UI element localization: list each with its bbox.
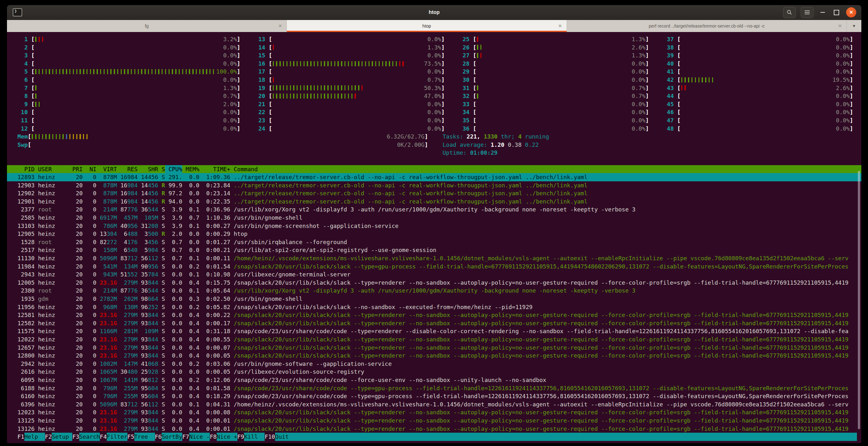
column-header-s[interactable]: S	[162, 165, 165, 173]
tab-close-icon[interactable]: ✕	[838, 23, 842, 29]
column-header-res[interactable]: RES	[120, 165, 137, 173]
cpu-meter-12: 12 [0.0%]	[18, 125, 240, 133]
process-row-1935[interactable]: 1935gdm2002782M202M98664S0.00.30:02.50/u…	[7, 295, 861, 303]
process-row-2943[interactable]: 2943heinz200943M5155235784S0.00.10:10.98…	[7, 270, 861, 279]
column-header-user[interactable]: USER	[38, 165, 69, 173]
cpu-meter-4: 4 [0.0%]	[18, 60, 240, 68]
process-row-12903[interactable]: 12903heinz200878M1698414456R99.90.00:23.…	[7, 181, 861, 189]
column-header-cpu[interactable]: CPU%	[165, 165, 182, 173]
fnkey-f10[interactable]: F10	[265, 433, 275, 441]
process-row-2616[interactable]: 2616heinz2001065M3048025928S0.00.00:00.0…	[7, 368, 861, 376]
htop-terminal[interactable]: 1 [3.2%]2 [0.0%]3 [0.0%]4 [0.0%]5 [100.0…	[7, 32, 861, 443]
column-header-pid[interactable]: PID	[18, 165, 35, 173]
search-button[interactable]	[783, 7, 796, 18]
fnlabel-nice+[interactable]: Nice +	[217, 433, 237, 441]
column-header-virt[interactable]: VIRT	[100, 165, 117, 173]
tab-list-button[interactable]: ▼	[846, 20, 861, 32]
cpu-meter-3: 3 [0.0%]	[18, 51, 240, 60]
fnkey-f9[interactable]: F9	[237, 433, 244, 441]
column-header-shr[interactable]: SHR	[141, 165, 158, 173]
fnkey-f1[interactable]: F1	[18, 433, 24, 441]
process-row-13125[interactable]: 13125heinz20023.1G279M93844S0.00.40:00.0…	[7, 417, 861, 425]
process-row-6396[interactable]: 6396heinz2005096M8371256112S0.00.10:04.3…	[7, 400, 861, 409]
fnlabel-help[interactable]: Help	[24, 433, 45, 441]
minimize-button[interactable]	[820, 12, 825, 13]
column-header-ni[interactable]: NI	[86, 165, 97, 173]
fnlabel-kill[interactable]: Kill	[244, 433, 265, 441]
cpu-meter-10: 10 [0.0%]	[18, 108, 240, 116]
cpu-meter-21: 21 [0.0%]	[255, 100, 445, 109]
cpu-meter-16: 16 [73.5%]	[255, 60, 445, 68]
cpu-meter-27: 27 [1.3%]	[459, 51, 649, 60]
process-row-12893[interactable]: 12893heinz200878M1698414456S291.0.01:09.…	[7, 173, 861, 181]
titlebar[interactable]: htop ✕	[7, 5, 861, 20]
process-row-13103[interactable]: 13103heinz200786M4095631208S3.90.10:00.2…	[7, 222, 861, 230]
scrollbar[interactable]	[858, 171, 860, 429]
close-button[interactable]: ✕	[846, 7, 856, 18]
process-row-6188[interactable]: 6188heinz200796M255M95604S0.00.40:01.58/…	[7, 384, 861, 392]
fnkey-f5[interactable]: F5	[127, 433, 134, 441]
maximize-button[interactable]	[834, 10, 839, 15]
fnkey-f3[interactable]: F3	[72, 433, 79, 441]
fnlabel-search[interactable]: Search	[79, 433, 100, 441]
tab-fg[interactable]: fg ✕	[7, 20, 286, 32]
process-row-12022[interactable]: 12022heinz20023.1G279M93844S0.00.40:00.5…	[7, 335, 861, 344]
fnlabel-nice-[interactable]: Nice -	[189, 433, 210, 441]
process-row-12581[interactable]: 12581heinz20023.1G279M93844S0.00.40:00.2…	[7, 311, 861, 319]
tab-close-icon[interactable]: ✕	[558, 23, 562, 29]
cpu-meter-40: 40 [0.0%]	[663, 60, 853, 68]
column-header-time+[interactable]: TIME+	[203, 165, 230, 173]
blank-line	[7, 157, 861, 165]
column-header-command[interactable]: Command	[234, 165, 258, 173]
process-row-6095[interactable]: 6095heinz2001067M141M96812S0.00.20:12.06…	[7, 376, 861, 384]
process-row-12901[interactable]: 12901heinz200878M1698414456R94.00.00:22.…	[7, 198, 861, 206]
fnlabel-tree[interactable]: Tree	[134, 433, 155, 441]
cpu-meter-31: 31 [0.7%]	[459, 84, 649, 92]
fnkey-f2[interactable]: F2	[45, 433, 52, 441]
chevron-down-icon: ▼	[852, 24, 856, 28]
process-row-12005[interactable]: 12005heinz20023.1G279M93844S0.00.40:15.7…	[7, 279, 861, 287]
tab-close-icon[interactable]: ✕	[278, 23, 282, 29]
fnkey-f8[interactable]: F8	[210, 433, 217, 441]
cpu-meter-9: 9 [2.0%]	[18, 100, 240, 109]
tab-label: perf record ../target/release/tremor-ser…	[649, 24, 765, 29]
fnlabel-filter[interactable]: Filter	[107, 433, 127, 441]
tab-htop[interactable]: htop ✕	[286, 20, 566, 32]
process-row-2380[interactable]: 2380root200214M8777636544S0.00.10:05.64/…	[7, 287, 861, 295]
process-table-header: PIDUSERPRINIVIRTRESSHRSCPU%MEM%TIME+Comm…	[7, 165, 861, 173]
process-row-6160[interactable]: 6160heinz200796M255M95604S0.00.40:18.29/…	[7, 392, 861, 400]
process-row-12800[interactable]: 12800heinz20023.1G279M93844S0.00.40:00.0…	[7, 352, 861, 360]
process-row-2377[interactable]: 2377root200214M8777636544S3.90.10:36.96/…	[7, 205, 861, 214]
menu-button[interactable]	[801, 7, 813, 18]
process-row-12582[interactable]: 12582heinz20023.1G279M93844S0.00.40:00.1…	[7, 319, 861, 327]
process-row-12657[interactable]: 12657heinz20023.1G279M93844S0.00.40:00.0…	[7, 344, 861, 352]
column-header-pri[interactable]: PRI	[72, 165, 83, 173]
cpu-meter-37: 37 [0.0%]	[663, 35, 853, 43]
process-row-11984[interactable]: 11984heinz200541M134M90956S0.00.20:01.54…	[7, 263, 861, 271]
process-row-13126[interactable]: 13126heinz20023.1G279M93844S0.00.40:00.0…	[7, 425, 861, 433]
process-row-12023[interactable]: 12023heinz20023.1G279M93844S0.00.40:00.0…	[7, 408, 861, 417]
cpu-meter-34: 34 [0.0%]	[459, 108, 649, 116]
process-row-2517[interactable]: 2517heinz200158M65405904S0.70.00:00.21/u…	[7, 246, 861, 254]
process-row-11956[interactable]: 11956heinz200968M138M96252S0.00.20:05.82…	[7, 303, 861, 311]
process-row-11575[interactable]: 11575heinz2001166M281M109MS0.00.40:31.18…	[7, 327, 861, 335]
process-row-2585[interactable]: 2585heinz2006917M457M105MS3.90.71:10.36/…	[7, 214, 861, 222]
mem-tasks-block: Mem[6.32G/62.7G] Swp[0K/2.00G] Tasks: 22…	[7, 132, 861, 157]
fnkey-f6[interactable]: F6	[155, 433, 162, 441]
tab-perf-record[interactable]: perf record ../target/release/tremor-ser…	[567, 20, 846, 32]
cpu-meter-17: 17 [0.0%]	[255, 67, 445, 76]
process-row-1528[interactable]: 1528root2008227241763456S0.70.00:01.27/u…	[7, 238, 861, 246]
fnlabel-sortby[interactable]: SortBy	[162, 433, 182, 441]
fnkey-f7[interactable]: F7	[182, 433, 189, 441]
fnlabel-quit[interactable]: Quit	[275, 433, 296, 441]
process-row-2942[interactable]: 2942heinz2001002M147M41068S0.00.20:03.06…	[7, 360, 861, 368]
tab-label: htop	[423, 24, 431, 29]
fnlabel-setup[interactable]: Setup	[52, 433, 72, 441]
process-row-12902[interactable]: 12902heinz200878M1698414456R97.20.00:23.…	[7, 189, 861, 198]
fnkey-f4[interactable]: F4	[100, 433, 107, 441]
process-row-12905[interactable]: 12905heinz2001330464883500R2.00.00:00.29…	[7, 230, 861, 238]
window-controls: ✕	[783, 7, 856, 18]
column-header-mem[interactable]: MEM%	[186, 165, 199, 173]
cpu-meter-19: 19 [50.3%]	[255, 84, 445, 92]
process-row-11130[interactable]: 11130heinz2005096M8371256112S0.70.10:00.…	[7, 254, 861, 263]
